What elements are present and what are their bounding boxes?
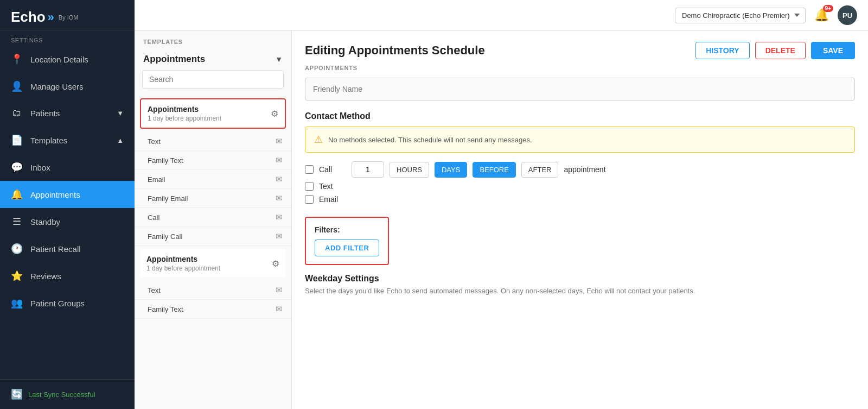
logo-waves: » [48, 10, 54, 24]
patients-icon: 🗂 [11, 108, 23, 119]
email-checkbox-row: Email [305, 195, 855, 204]
notification-button[interactable]: 🔔 9+ [813, 7, 830, 23]
sidebar-item-location-details[interactable]: 📍 Location Details [0, 46, 135, 73]
history-button[interactable]: HISTORY [695, 42, 749, 59]
template-sub-email[interactable]: Email ✉ [135, 170, 291, 189]
logo-area: Echo » By IOM [0, 0, 135, 30]
avatar-button[interactable]: PU [838, 5, 857, 25]
no-message-icon: ✉ [276, 136, 283, 146]
sidebar-item-label: Manage Users [30, 82, 84, 91]
sidebar-item-templates[interactable]: 📄 Templates ▲ [0, 127, 135, 154]
location-select[interactable]: Demo Chiropractic (Echo Premier) [675, 8, 806, 23]
email-label: Email [319, 195, 338, 204]
groups-icon: 👥 [11, 297, 23, 309]
filters-box: Filters: ADD FILTER [305, 217, 389, 265]
contact-method-title: Contact Method [305, 111, 855, 121]
delete-button[interactable]: DELETE [755, 42, 806, 59]
gear-icon[interactable]: ⚙ [272, 259, 279, 269]
sidebar-item-reviews[interactable]: ⭐ Reviews [0, 262, 135, 290]
main-content: Demo Chiropractic (Echo Premier) 🔔 9+ PU… [135, 0, 868, 409]
no-message-icon: ✉ [276, 304, 283, 314]
no-message-icon: ✉ [276, 231, 283, 241]
sidebar-item-label: Templates [30, 136, 67, 145]
gear-icon[interactable]: ⚙ [271, 109, 278, 119]
sub-item-label: Text [148, 286, 161, 294]
warning-icon: ⚠ [314, 134, 323, 146]
no-message-icon: ✉ [276, 285, 283, 295]
after-button[interactable]: AFTER [521, 162, 559, 178]
sidebar-item-patients[interactable]: 🗂 Patients ▼ [0, 100, 135, 127]
template-sub-family-text-2[interactable]: Family Text ✉ [135, 300, 291, 319]
template-sub-call[interactable]: Call ✉ [135, 208, 291, 227]
sidebar-item-label: Patients [30, 109, 60, 118]
sub-item-label: Family Text [148, 156, 183, 165]
inbox-icon: 💬 [11, 161, 23, 173]
settings-label: Settings [0, 30, 135, 46]
recall-icon: 🕐 [11, 243, 23, 255]
sidebar-nav: 📍 Location Details 👤 Manage Users 🗂 Pati… [0, 46, 135, 379]
logo: Echo » By IOM [11, 9, 124, 26]
no-message-icon: ✉ [276, 212, 283, 222]
template-sub-family-email[interactable]: Family Email ✉ [135, 189, 291, 208]
weekday-title: Weekday Settings [305, 274, 855, 284]
sidebar-item-label: Patient Groups [30, 299, 85, 308]
sub-item-label: Text [148, 137, 161, 146]
sidebar-item-label: Standby [30, 217, 60, 226]
group-name: Appointments [146, 255, 220, 263]
reviews-icon: ⭐ [11, 270, 23, 282]
days-button[interactable]: DAYS [435, 162, 467, 178]
before-button[interactable]: BEFORE [473, 162, 515, 178]
sidebar-item-label: Appointments [30, 190, 80, 199]
appointments-section-label: APPOINTMENTS [305, 65, 855, 71]
template-group-appointments-2[interactable]: Appointments 1 day before appointment ⚙ [140, 249, 286, 278]
sidebar-item-patient-groups[interactable]: 👥 Patient Groups [0, 290, 135, 317]
email-checkbox[interactable] [305, 195, 314, 204]
content-row: TEMPLATES Appointments ▼ Appointments 1 … [135, 31, 868, 409]
call-checkbox[interactable] [305, 165, 314, 174]
templates-panel-label: TEMPLATES [135, 31, 291, 48]
sidebar-item-label: Location Details [30, 55, 88, 64]
sub-item-label: Email [148, 175, 165, 184]
sidebar: Echo » By IOM Settings 📍 Location Detail… [0, 0, 135, 409]
no-message-icon: ✉ [276, 155, 283, 165]
sync-icon: 🔄 [11, 388, 23, 400]
timing-number-input[interactable]: 1 [352, 161, 384, 178]
filters-title: Filters: [315, 225, 379, 234]
templates-dropdown-label: Appointments [143, 54, 205, 65]
add-filter-button[interactable]: ADD FILTER [315, 240, 379, 256]
sidebar-footer: 🔄 Last Sync Successful [0, 379, 135, 409]
event-label: appointment [564, 165, 605, 174]
sidebar-item-standby[interactable]: ☰ Standby [0, 208, 135, 235]
editor-panel: Editing Appointments Schedule HISTORY DE… [292, 31, 868, 409]
templates-dropdown[interactable]: Appointments ▼ [135, 48, 291, 70]
sub-item-label: Family Email [148, 194, 188, 203]
sidebar-item-manage-users[interactable]: 👤 Manage Users [0, 73, 135, 100]
templates-search [135, 70, 291, 95]
no-message-icon: ✉ [276, 174, 283, 184]
search-input[interactable] [142, 70, 284, 89]
group-sub: 1 day before appointment [148, 115, 221, 122]
save-button[interactable]: SAVE [811, 42, 855, 59]
text-label: Text [319, 182, 333, 191]
standby-icon: ☰ [11, 216, 23, 228]
notification-badge: 9+ [823, 5, 833, 12]
sidebar-item-appointments[interactable]: 🔔 Appointments [0, 181, 135, 208]
location-icon: 📍 [11, 53, 23, 65]
template-sub-family-call[interactable]: Family Call ✉ [135, 227, 291, 246]
chevron-down-icon: ▼ [117, 109, 124, 117]
text-checkbox[interactable] [305, 182, 314, 191]
top-header: Demo Chiropractic (Echo Premier) 🔔 9+ PU [135, 0, 868, 31]
logo-sub: By IOM [59, 14, 79, 21]
hours-button[interactable]: HOURS [390, 162, 429, 178]
weekday-description: Select the days you'd like Echo to send … [305, 287, 855, 295]
template-sub-text-2[interactable]: Text ✉ [135, 281, 291, 300]
friendly-name-input[interactable] [305, 78, 855, 100]
template-sub-text[interactable]: Text ✉ [135, 132, 291, 151]
template-sub-family-text[interactable]: Family Text ✉ [135, 151, 291, 170]
call-label: Call [319, 165, 346, 174]
sidebar-item-patient-recall[interactable]: 🕐 Patient Recall [0, 235, 135, 262]
sub-item-label: Family Text [148, 305, 183, 313]
template-group-appointments-1[interactable]: Appointments 1 day before appointment ⚙ [140, 98, 286, 129]
sidebar-item-inbox[interactable]: 💬 Inbox [0, 154, 135, 181]
sidebar-item-label: Inbox [30, 163, 50, 172]
